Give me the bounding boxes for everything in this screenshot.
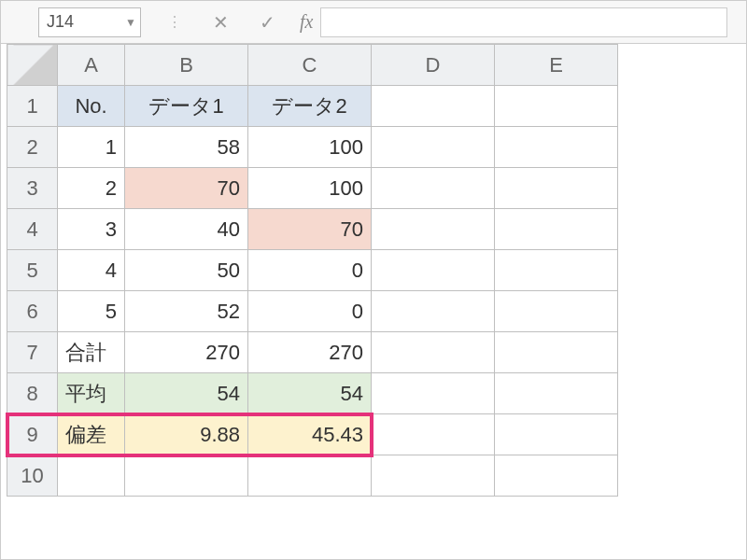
cell-C10[interactable] [248, 455, 372, 497]
cell-A3[interactable]: 2 [58, 168, 125, 209]
cell-D2[interactable] [372, 127, 495, 168]
row-header-6[interactable]: 6 [7, 291, 58, 332]
cell-B2[interactable]: 58 [125, 127, 248, 168]
cell-A6[interactable]: 5 [58, 291, 125, 332]
col-header-B[interactable]: B [125, 45, 248, 86]
spreadsheet[interactable]: A B C D E 1 No. データ1 データ2 2 1 58 100 [7, 44, 618, 497]
row-header-10[interactable]: 10 [7, 455, 58, 497]
cell-D9[interactable] [372, 414, 495, 455]
cell-A2[interactable]: 1 [58, 127, 125, 168]
app-window: J14 ▼ ⋮ ✕ ✓ fx A B C D E 1 No. データ1 [0, 0, 747, 560]
cell-A9[interactable]: 偏差 [58, 414, 125, 455]
select-all-corner[interactable] [7, 45, 58, 86]
col-header-C[interactable]: C [248, 45, 372, 86]
cell-A8[interactable]: 平均 [58, 373, 125, 414]
cell-E2[interactable] [495, 127, 618, 168]
col-header-E[interactable]: E [495, 45, 618, 86]
row-header-9[interactable]: 9 [7, 414, 58, 455]
cell-E10[interactable] [495, 455, 618, 497]
cell-E5[interactable] [495, 250, 618, 291]
cell-B5[interactable]: 50 [125, 250, 248, 291]
cell-A1[interactable]: No. [58, 86, 125, 127]
cell-E1[interactable] [495, 86, 618, 127]
formula-input[interactable] [320, 7, 727, 37]
cell-D5[interactable] [372, 250, 495, 291]
cell-E8[interactable] [495, 373, 618, 414]
cell-D6[interactable] [372, 291, 495, 332]
cell-B4[interactable]: 40 [125, 209, 248, 250]
cell-D10[interactable] [372, 455, 495, 497]
cell-E4[interactable] [495, 209, 618, 250]
cell-A7[interactable]: 合計 [58, 332, 125, 373]
cell-C6[interactable]: 0 [248, 291, 372, 332]
cancel-icon[interactable]: ✕ [206, 8, 234, 36]
col-header-A[interactable]: A [58, 45, 125, 86]
formula-controls: ⋮ ✕ ✓ fx [160, 8, 313, 36]
cell-E6[interactable] [495, 291, 618, 332]
cell-D3[interactable] [372, 168, 495, 209]
cell-C4[interactable]: 70 [248, 209, 372, 250]
cell-A5[interactable]: 4 [58, 250, 125, 291]
cell-D8[interactable] [372, 373, 495, 414]
cell-C5[interactable]: 0 [248, 250, 372, 291]
cell-B8[interactable]: 54 [125, 373, 248, 414]
cell-B6[interactable]: 52 [125, 291, 248, 332]
name-box[interactable]: J14 ▼ [38, 7, 141, 37]
row-header-7[interactable]: 7 [7, 332, 58, 373]
cell-B1[interactable]: データ1 [125, 86, 248, 127]
cell-B9[interactable]: 9.88 [125, 414, 248, 455]
cell-B10[interactable] [125, 455, 248, 497]
col-header-D[interactable]: D [372, 45, 495, 86]
cell-E7[interactable] [495, 332, 618, 373]
name-box-dropdown-icon[interactable]: ▼ [125, 16, 136, 29]
cell-E9[interactable] [495, 414, 618, 455]
row-header-1[interactable]: 1 [7, 86, 58, 127]
row-header-3[interactable]: 3 [7, 168, 58, 209]
cell-A10[interactable] [58, 455, 125, 497]
cell-B7[interactable]: 270 [125, 332, 248, 373]
cell-A4[interactable]: 3 [58, 209, 125, 250]
fx-label[interactable]: fx [300, 11, 313, 33]
row-header-4[interactable]: 4 [7, 209, 58, 250]
name-box-value: J14 [47, 12, 74, 32]
cell-E3[interactable] [495, 168, 618, 209]
cell-D7[interactable] [372, 332, 495, 373]
confirm-icon[interactable]: ✓ [253, 8, 281, 36]
cell-B3[interactable]: 70 [125, 168, 248, 209]
row-header-8[interactable]: 8 [7, 373, 58, 414]
cell-C9[interactable]: 45.43 [248, 414, 372, 455]
formula-bar: J14 ▼ ⋮ ✕ ✓ fx [1, 1, 746, 44]
cell-C7[interactable]: 270 [248, 332, 372, 373]
cell-C3[interactable]: 100 [248, 168, 372, 209]
cell-C2[interactable]: 100 [248, 127, 372, 168]
cell-D4[interactable] [372, 209, 495, 250]
cell-C8[interactable]: 54 [248, 373, 372, 414]
row-header-5[interactable]: 5 [7, 250, 58, 291]
more-icon[interactable]: ⋮ [160, 8, 188, 36]
cell-C1[interactable]: データ2 [248, 86, 372, 127]
cell-D1[interactable] [372, 86, 495, 127]
grid: A B C D E 1 No. データ1 データ2 2 1 58 100 [1, 44, 746, 497]
row-header-2[interactable]: 2 [7, 127, 58, 168]
